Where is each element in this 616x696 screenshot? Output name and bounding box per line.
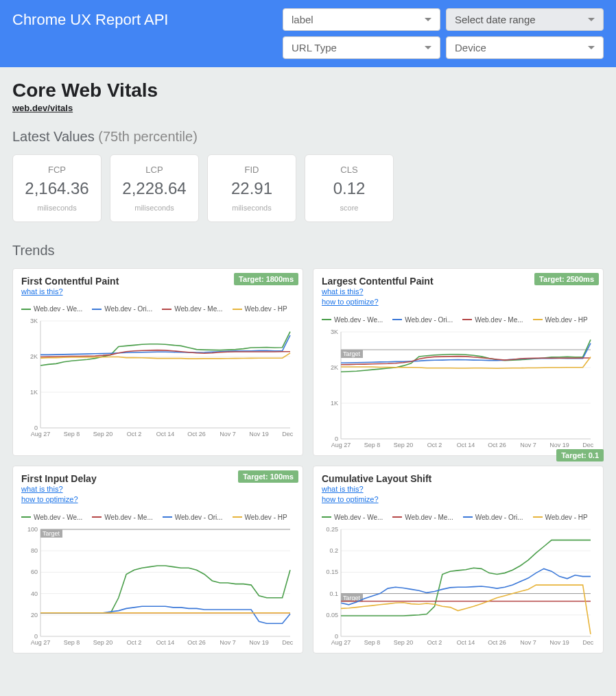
legend-item: Web.dev - Me... xyxy=(162,305,222,313)
legend-label: Web.dev - Me... xyxy=(405,514,453,521)
series-line xyxy=(341,343,591,363)
select-device-text: Device xyxy=(455,42,486,53)
chevron-down-icon xyxy=(425,46,431,49)
legend-label: Web.dev - Me... xyxy=(104,514,152,521)
what-is-this-link[interactable]: what is this? xyxy=(21,484,294,494)
legend-swatch xyxy=(92,516,102,518)
what-is-this-link[interactable]: what is this? xyxy=(322,287,595,297)
metric-unit: score xyxy=(311,204,388,212)
svg-text:60: 60 xyxy=(31,568,38,575)
chart-plot: 01K2K3KTargetAug 27Sep 8Sep 20Oct 2Oct 1… xyxy=(322,328,595,451)
svg-text:Nov 19: Nov 19 xyxy=(249,431,269,437)
svg-text:Dec 1: Dec 1 xyxy=(582,442,595,448)
svg-text:Sep 8: Sep 8 xyxy=(364,442,381,448)
svg-text:Nov 19: Nov 19 xyxy=(549,442,569,448)
select-label[interactable]: label xyxy=(283,8,440,31)
legend-item: Web.dev - Ori... xyxy=(92,305,152,313)
legend-label: Web.dev - HP xyxy=(245,514,287,521)
svg-text:Aug 27: Aug 27 xyxy=(31,639,51,646)
body-content: Core Web Vitals web.dev/vitals Latest Va… xyxy=(0,67,616,666)
svg-text:Oct 14: Oct 14 xyxy=(156,639,175,646)
legend-item: Web.dev - Me... xyxy=(92,514,152,521)
target-badge: Target: 2500ms xyxy=(534,273,599,285)
latest-values-heading: Latest Values (75th percentile) xyxy=(12,129,604,145)
series-line xyxy=(40,332,290,365)
metric-name: CLS xyxy=(311,165,388,175)
select-device[interactable]: Device xyxy=(446,36,604,59)
legend-item: Web.dev - Ori... xyxy=(392,316,453,324)
svg-text:Sep 20: Sep 20 xyxy=(93,639,113,646)
legend-item: Web.dev - HP xyxy=(233,305,287,313)
chart-legend: Web.dev - We...Web.dev - Ori...Web.dev -… xyxy=(21,305,294,313)
charts-grid: Target: 1800msFirst Contentful Paintwhat… xyxy=(12,268,604,653)
target-badge: Target: 0.1 xyxy=(556,449,604,461)
chevron-down-icon xyxy=(425,18,431,21)
svg-text:Sep 8: Sep 8 xyxy=(364,639,381,646)
select-url-text: URL Type xyxy=(292,42,337,53)
svg-text:Nov 7: Nov 7 xyxy=(220,431,236,437)
metric-unit: miliseconds xyxy=(213,204,290,212)
svg-text:1K: 1K xyxy=(30,389,38,396)
header-title: Chrome UX Report API xyxy=(12,8,269,29)
what-is-this-link[interactable]: what is this? xyxy=(322,484,595,494)
page-link[interactable]: web.dev/vitals xyxy=(12,103,73,113)
legend-item: Web.dev - Ori... xyxy=(463,514,523,521)
legend-label: Web.dev - HP xyxy=(245,305,287,313)
legend-swatch xyxy=(533,516,543,518)
how-to-optimize-link[interactable]: how to optimize? xyxy=(322,297,595,307)
svg-text:Nov 7: Nov 7 xyxy=(220,639,236,646)
select-label-text: label xyxy=(292,14,313,25)
legend-item: Web.dev - HP xyxy=(533,316,588,324)
legend-label: Web.dev - We... xyxy=(34,514,82,521)
svg-text:100: 100 xyxy=(27,526,38,533)
svg-text:Sep 20: Sep 20 xyxy=(394,442,414,448)
chevron-down-icon xyxy=(588,46,595,49)
svg-text:Nov 7: Nov 7 xyxy=(520,639,536,646)
svg-text:Target: Target xyxy=(43,530,60,537)
svg-text:3K: 3K xyxy=(331,328,338,335)
svg-text:Oct 26: Oct 26 xyxy=(187,639,206,646)
what-is-this-link[interactable]: what is this? xyxy=(21,287,294,297)
svg-text:2K: 2K xyxy=(331,364,338,371)
chart-plot: 01K2K3KAug 27Sep 8Sep 20Oct 2Oct 14Oct 2… xyxy=(21,317,294,440)
how-to-optimize-link[interactable]: how to optimize? xyxy=(21,494,294,505)
legend-item: Web.dev - Ori... xyxy=(163,514,223,521)
svg-text:Oct 2: Oct 2 xyxy=(427,442,442,448)
metric-unit: miliseconds xyxy=(19,204,95,212)
svg-text:Sep 20: Sep 20 xyxy=(93,431,113,437)
svg-text:0.15: 0.15 xyxy=(326,568,338,575)
legend-swatch xyxy=(92,309,102,310)
latest-values-title: Latest Values xyxy=(12,129,95,144)
legend-label: Web.dev - We... xyxy=(34,305,82,313)
svg-text:Target: Target xyxy=(343,350,361,357)
legend-item: Web.dev - We... xyxy=(21,514,82,521)
legend-item: Web.dev - HP xyxy=(533,514,588,521)
svg-text:1K: 1K xyxy=(331,400,338,407)
svg-text:Oct 2: Oct 2 xyxy=(427,639,442,646)
svg-text:Oct 14: Oct 14 xyxy=(156,431,175,437)
metric-value: 2,164.36 xyxy=(19,179,95,198)
legend-label: Web.dev - We... xyxy=(334,514,383,521)
metric-card: CLS 0.12 score xyxy=(305,154,394,222)
select-date-range[interactable]: Select date range xyxy=(446,8,604,31)
legend-swatch xyxy=(322,516,331,518)
how-to-optimize-link[interactable]: how to optimize? xyxy=(322,494,595,505)
svg-text:Oct 2: Oct 2 xyxy=(127,639,142,646)
legend-swatch xyxy=(392,516,402,518)
svg-text:Oct 26: Oct 26 xyxy=(488,442,506,448)
svg-text:3K: 3K xyxy=(30,317,38,324)
svg-text:0.1: 0.1 xyxy=(329,590,338,597)
metric-card: FID 22.91 miliseconds xyxy=(207,154,296,222)
svg-text:Aug 27: Aug 27 xyxy=(331,639,351,646)
series-line xyxy=(341,585,591,634)
svg-text:Dec 1: Dec 1 xyxy=(282,639,294,646)
legend-label: Web.dev - Ori... xyxy=(175,514,223,521)
metric-name: FID xyxy=(213,165,290,175)
select-date-text: Select date range xyxy=(455,14,536,25)
chevron-down-icon xyxy=(588,18,595,21)
svg-text:20: 20 xyxy=(31,611,38,618)
header-controls: label Select date range URL Type Device xyxy=(283,8,604,59)
chart-legend: Web.dev - We...Web.dev - Me...Web.dev - … xyxy=(322,514,595,521)
select-url-type[interactable]: URL Type xyxy=(283,36,440,59)
legend-item: Web.dev - We... xyxy=(21,305,82,313)
